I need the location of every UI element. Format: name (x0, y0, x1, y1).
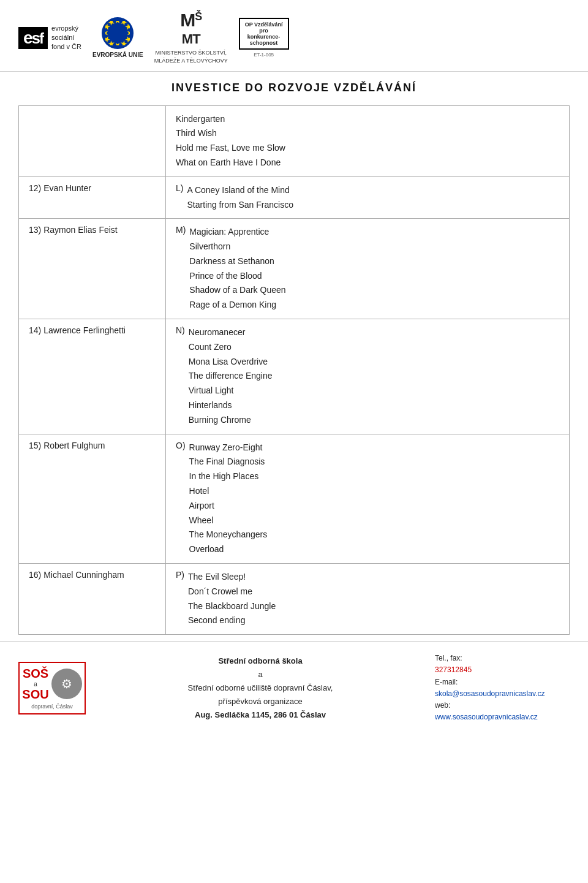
msmt-logo: MŠ MT MINISTERSTVO ŠKOLSTVÍ,MLÁDEŽE A TĚ… (154, 11, 228, 65)
footer-email-label: E-mail: (435, 678, 458, 686)
footer-tel-label: Tel., fax: (435, 654, 462, 662)
top-book-1: Kindergarten (176, 112, 559, 127)
esf-box-text: esf (18, 27, 48, 49)
book-15-6: The Moneychangers (189, 528, 268, 542)
books-cell-16: P) The Evil Sleep! Don´t Crowel me The B… (166, 564, 570, 635)
svg-marker-8 (105, 36, 111, 44)
book-14-3: The difference Engine (189, 369, 273, 384)
table-row-12: 12) Evan Hunter L) A Coney Island of the… (19, 176, 570, 219)
svg-marker-2 (125, 23, 130, 31)
footer-a-label: a (34, 681, 37, 688)
svg-marker-7 (107, 40, 116, 46)
svg-marker-0 (115, 21, 121, 23)
msmt-label: MINISTERSTVO ŠKOLSTVÍ,MLÁDEŽE A TĚLOVÝCH… (154, 49, 228, 64)
header: esf evropský sociální fond v ČR (0, 0, 588, 72)
svg-marker-11 (107, 21, 116, 26)
book-14-0: Neuromanecer (189, 325, 273, 340)
table-row-14: 14) Lawrence Ferlinghetti N) Neuromanece… (19, 319, 570, 434)
book-14-6: Burning Chrome (189, 413, 273, 428)
book-14-4: Virtual Light (189, 384, 273, 398)
headline: INVESTICE DO ROZVOJE VZDĚLÁVÁNÍ (0, 72, 588, 105)
author-cell-13: 13) Raymon Elias Feist (19, 219, 166, 319)
footer-sou-label: SOU (22, 688, 48, 702)
top-book-2: Third Wish (176, 126, 559, 141)
book-13-1: Silverthorn (189, 240, 285, 254)
book-16-2: The Blackboard Jungle (188, 599, 276, 614)
book-15-2: In the High Places (189, 469, 268, 484)
footer-center-line3: Střední odborné učiliště dopravní Čáslav… (104, 681, 417, 695)
main-table: Kindergarten Third Wish Hold me Fast, Lo… (18, 105, 570, 635)
book-16-0: The Evil Sleep! (188, 570, 276, 585)
book-13-5: Rage of a Demon King (189, 298, 285, 313)
svg-marker-9 (105, 30, 108, 36)
book-14-2: Mona Lisa Overdrive (189, 355, 273, 369)
book-14-1: Count Zero (189, 340, 273, 355)
svg-marker-10 (105, 23, 111, 31)
eu-logo: EVROPSKÁ UNIE (92, 17, 143, 58)
footer-email[interactable]: skola@sosasoudopravnicaslav.cz (435, 689, 545, 698)
book-12-1: Starting from San Francisco (187, 198, 293, 213)
book-16-3: Second ending (188, 613, 276, 628)
books-cell-15: O) Runway Zero-Eight The Final Diagnosis… (166, 434, 570, 563)
svg-marker-4 (125, 36, 130, 44)
author-cell-15: 15) Robert Fulghum (19, 434, 166, 563)
eu-label: EVROPSKÁ UNIE (92, 51, 143, 58)
author-cell-top (19, 105, 166, 176)
books-cell-top: Kindergarten Third Wish Hold me Fast, Lo… (166, 105, 570, 176)
table-row-16: 16) Michael Cunningham P) The Evil Sleep… (19, 564, 570, 635)
table-row-15: 15) Robert Fulghum O) Runway Zero-Eight … (19, 434, 570, 563)
footer-right: Tel., fax: 327312845 E-mail: skola@sosas… (435, 653, 570, 723)
svg-marker-1 (120, 21, 129, 26)
book-15-1: The Final Diagnosis (189, 455, 268, 469)
author-cell-12: 12) Evan Hunter (19, 176, 166, 219)
top-book-3: Hold me Fast, Love me Slow (176, 141, 559, 156)
book-15-0: Runway Zero-Eight (189, 441, 268, 455)
book-13-2: Darkness at Sethanon (189, 254, 285, 269)
footer-center-line5: Aug. Sedláčka 1145, 286 01 Čáslav (104, 708, 417, 722)
footer-web[interactable]: www.sosasoudopravnicaslav.cz (435, 713, 538, 721)
book-13-3: Prince of the Blood (189, 269, 285, 284)
table-row-13: 13) Raymon Elias Feist M) Magician: Appr… (19, 219, 570, 319)
logos-area: esf evropský sociální fond v ČR (18, 11, 570, 65)
book-15-5: Wheel (189, 514, 268, 528)
footer-sos-label: SOŠ (23, 667, 48, 681)
footer-logo-sub: dopravní, Čáslav (31, 703, 73, 710)
top-book-4: What on Earth Have I Done (176, 156, 559, 170)
esf-description: evropský sociální fond v ČR (51, 24, 81, 52)
esf-logo: esf evropský sociální fond v ČR (18, 24, 81, 52)
footer-tel: 327312845 (435, 664, 570, 676)
op-logo: OP Vzděláváníprokonkurence-schopnost ET-… (239, 18, 289, 58)
book-13-4: Shadow of a Dark Queen (189, 283, 285, 298)
books-cell-14: N) Neuromanecer Count Zero Mona Lisa Ove… (166, 319, 570, 434)
book-14-5: Hinterlands (189, 398, 273, 413)
book-12-0: A Coney Island of the Mind (187, 183, 293, 198)
footer-center-line2: a (104, 668, 417, 681)
book-16-1: Don´t Crowel me (188, 585, 276, 599)
op-label: ET-1-005 (254, 52, 274, 58)
books-cell-12: L) A Coney Island of the Mind Starting f… (166, 176, 570, 219)
footer-center-line1: Střední odborná škola (104, 654, 417, 668)
book-15-7: Overload (189, 542, 268, 557)
svg-marker-5 (120, 40, 129, 46)
svg-marker-6 (115, 43, 121, 45)
author-cell-14: 14) Lawrence Ferlinghetti (19, 319, 166, 434)
book-15-3: Hotel (189, 484, 268, 499)
book-15-4: Airport (189, 499, 268, 514)
books-cell-13: M) Magician: Apprentice Silverthorn Dark… (166, 219, 570, 319)
footer-center-line4: příspěvková organizace (104, 695, 417, 708)
footer-center: Střední odborná škola a Střední odborné … (104, 654, 417, 722)
svg-marker-3 (127, 30, 130, 36)
book-13-0: Magician: Apprentice (189, 225, 285, 240)
author-cell-16: 16) Michael Cunningham (19, 564, 166, 635)
table-row-top: Kindergarten Third Wish Hold me Fast, Lo… (19, 105, 570, 176)
footer-logo: SOŠ a SOU ⚙ dopravní, Čáslav (18, 662, 86, 714)
footer: SOŠ a SOU ⚙ dopravní, Čáslav Střední odb… (0, 641, 588, 729)
footer-web-label: web: (435, 701, 450, 710)
